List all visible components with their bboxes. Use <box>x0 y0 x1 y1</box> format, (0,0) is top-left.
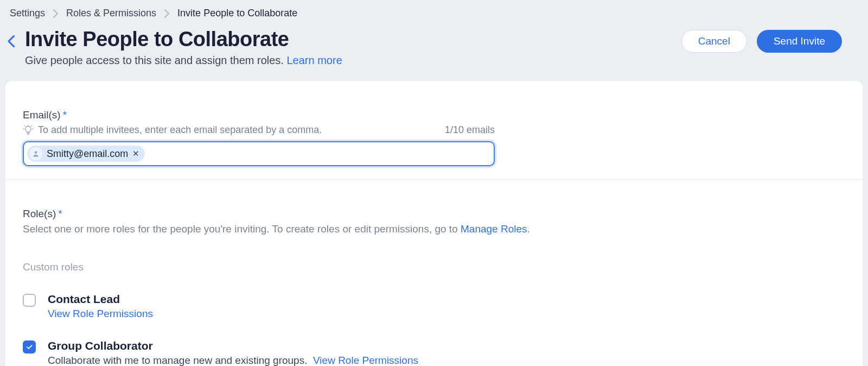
lightbulb-icon <box>23 125 34 136</box>
invite-card: Email(s)* To a <box>5 81 863 366</box>
role-name: Contact Lead <box>48 293 845 306</box>
emails-label: Email(s)* <box>23 109 845 121</box>
chevron-right-icon <box>164 9 170 18</box>
cancel-button[interactable]: Cancel <box>681 30 747 53</box>
view-role-permissions-link[interactable]: View Role Permissions <box>48 308 153 319</box>
manage-roles-link[interactable]: Manage Roles <box>461 223 527 235</box>
emails-hint: To add multiple invitees, enter each ema… <box>38 124 322 136</box>
breadcrumb-item-current: Invite People to Collaborate <box>177 8 297 19</box>
view-role-permissions-link[interactable]: View Role Permissions <box>313 355 418 366</box>
page-header: Invite People to Collaborate Give people… <box>0 19 868 81</box>
custom-roles-heading: Custom roles <box>23 261 845 273</box>
emails-input[interactable]: Smitty@email.com ✕ <box>23 141 495 166</box>
learn-more-link[interactable]: Learn more <box>286 54 342 66</box>
back-arrow-icon[interactable] <box>7 35 15 47</box>
role-item: Contact Lead View Role Permissions <box>23 293 845 320</box>
section-divider <box>5 179 863 180</box>
avatar-icon <box>29 147 42 160</box>
svg-point-5 <box>35 151 37 154</box>
svg-line-4 <box>31 125 32 126</box>
roles-label: Role(s)* <box>23 208 845 220</box>
svg-line-3 <box>25 125 25 126</box>
breadcrumb-item[interactable]: Roles & Permissions <box>66 8 156 19</box>
chip-remove-icon[interactable]: ✕ <box>132 149 139 159</box>
emails-text-input[interactable] <box>148 148 490 160</box>
emails-count: 1/10 emails <box>445 124 495 136</box>
emails-field: Email(s)* To a <box>23 109 845 166</box>
page-title: Invite People to Collaborate <box>25 28 672 51</box>
roles-help-text: Select one or more roles for the people … <box>23 223 845 235</box>
page-subtitle: Give people access to this site and assi… <box>25 54 672 67</box>
header-actions: Cancel Send Invite <box>681 30 858 53</box>
send-invite-button[interactable]: Send Invite <box>757 30 842 53</box>
email-chip: Smitty@email.com ✕ <box>27 146 145 162</box>
role-item: Group Collaborator Collaborate with me t… <box>23 339 845 366</box>
role-name: Group Collaborator <box>48 339 845 352</box>
role-description: Collaborate with me to manage new and ex… <box>48 355 307 366</box>
chevron-right-icon <box>53 9 59 18</box>
breadcrumb-item[interactable]: Settings <box>10 8 45 19</box>
email-chip-text: Smitty@email.com <box>47 148 128 160</box>
breadcrumb: Settings Roles & Permissions Invite Peop… <box>0 0 868 19</box>
role-checkbox[interactable] <box>23 294 36 307</box>
role-checkbox[interactable] <box>23 340 36 354</box>
roles-field: Role(s)* Select one or more roles for th… <box>23 208 845 366</box>
